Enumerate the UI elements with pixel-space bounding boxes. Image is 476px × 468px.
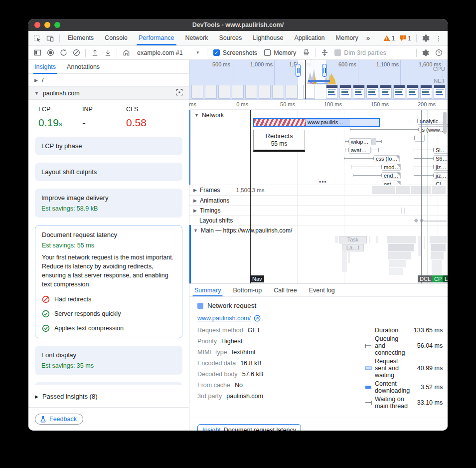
insight-card-font-display[interactable]: Font display Est savings: 35 ms: [35, 346, 182, 375]
filmstrip-thumbnail[interactable]: [218, 85, 230, 99]
cls-value[interactable]: 0.58: [126, 117, 170, 129]
nav-marker-badge[interactable]: Nav: [250, 275, 264, 282]
collect-garbage-icon[interactable]: [300, 47, 312, 59]
issues-badge[interactable]: 1: [398, 35, 413, 42]
network-request[interactable]: S6…: [434, 155, 448, 162]
tab-console[interactable]: Console: [100, 31, 133, 45]
network-request[interactable]: wikip…: [349, 138, 372, 145]
more-tabs-icon[interactable]: »: [364, 31, 372, 45]
network-track[interactable]: ▼Network www.pauliris… Redirects 55 ms a…: [189, 110, 448, 185]
insight-card-document-request-latency[interactable]: Document request latency Est savings: 55…: [35, 225, 182, 338]
filmstrip-thumbnail[interactable]: [434, 85, 446, 99]
network-request[interactable]: jiz…: [434, 164, 448, 171]
filmstrip-thumbnail[interactable]: [232, 85, 244, 99]
network-request[interactable]: Cl…: [434, 181, 448, 185]
network-track-scrollbar[interactable]: [443, 112, 447, 134]
timings-track[interactable]: ▶Timings: [189, 205, 448, 215]
timeline-overview[interactable]: 500 ms 1,000 ms 1,500 ms 600 ms 1,100 ms…: [189, 60, 448, 100]
tab-memory[interactable]: Memory: [331, 31, 363, 45]
filmstrip-thumbnail[interactable]: [245, 85, 257, 99]
animations-track[interactable]: ▶Animations: [189, 195, 448, 205]
inp-value[interactable]: -: [82, 117, 126, 129]
main-thread-task[interactable]: La…t: [342, 244, 364, 251]
inspect-icon[interactable]: [31, 32, 43, 44]
ignore-listing-icon[interactable]: [318, 47, 330, 59]
tab-application[interactable]: Application: [289, 31, 329, 45]
track-resize-handle[interactable]: •••: [319, 179, 327, 185]
tab-elements[interactable]: Elements: [63, 31, 99, 45]
network-request[interactable]: css (fo…: [374, 155, 400, 162]
redirects-annotation[interactable]: Redirects 55 ms: [253, 130, 305, 152]
breadcrumb[interactable]: ▶ /: [28, 74, 189, 87]
device-toolbar-icon[interactable]: [44, 32, 56, 44]
toggle-sidebar-icon[interactable]: [31, 47, 43, 59]
tab-annotations[interactable]: Annotations: [67, 60, 100, 74]
home-icon[interactable]: [120, 47, 132, 59]
filmstrip-thumbnail[interactable]: [272, 85, 284, 99]
tab-network[interactable]: Network: [180, 31, 213, 45]
filmstrip-thumbnail[interactable]: [205, 85, 217, 99]
filmstrip-thumbnail[interactable]: [407, 85, 419, 99]
filmstrip-thumbnail[interactable]: [353, 85, 365, 99]
filmstrip-thumbnail[interactable]: [259, 85, 271, 99]
filmstrip-thumbnail[interactable]: [380, 85, 392, 99]
tab-summary[interactable]: Summary: [194, 284, 221, 296]
screenshots-checkbox[interactable]: ✓Screenshots: [210, 49, 260, 56]
layout-shift-marker[interactable]: [420, 219, 424, 223]
filmstrip-thumbnail[interactable]: [393, 85, 405, 99]
tab-event-log[interactable]: Event log: [309, 284, 335, 296]
lcp-value[interactable]: 0.19s: [38, 117, 82, 129]
download-trace-icon[interactable]: [102, 47, 114, 59]
l-marker-badge[interactable]: L: [443, 275, 448, 282]
flamechart[interactable]: ▼Network www.pauliris… Redirects 55 ms a…: [189, 110, 448, 283]
passed-insights-toggle[interactable]: ▶ Passed insights (8): [28, 385, 189, 400]
clear-icon[interactable]: [70, 47, 82, 59]
kebab-menu-icon[interactable]: ⋮: [433, 32, 445, 44]
tab-insights[interactable]: Insights: [34, 60, 56, 74]
tab-lighthouse[interactable]: Lighthouse: [248, 31, 288, 45]
insight-card-layout-shift-culprits[interactable]: Layout shift culprits: [35, 163, 182, 181]
tab-sources[interactable]: Sources: [214, 31, 247, 45]
frames-track[interactable]: ▶Frames 1,500.3 ms: [189, 185, 448, 195]
filmstrip-thumbnail[interactable]: [339, 85, 351, 99]
tab-call-tree[interactable]: Call tree: [274, 284, 297, 296]
tab-performance[interactable]: Performance: [134, 31, 179, 45]
network-request[interactable]: jiz…: [434, 172, 448, 179]
network-request[interactable]: [415, 135, 425, 142]
network-request[interactable]: avat…: [349, 147, 371, 154]
filmstrip-thumbnail[interactable]: [366, 85, 378, 99]
close-window-button[interactable]: [34, 22, 40, 28]
network-request[interactable]: mod…: [382, 164, 401, 171]
help-icon[interactable]: ?: [433, 47, 445, 59]
maximize-window-button[interactable]: [54, 22, 60, 28]
site-section-header[interactable]: ▼ paulirish.com: [28, 87, 189, 100]
filmstrip-thumbnail[interactable]: [326, 85, 338, 99]
network-request[interactable]: end…: [382, 172, 401, 179]
document-request-bar[interactable]: www.pauliris…: [253, 118, 380, 127]
filmstrip-thumbnail[interactable]: [420, 85, 432, 99]
capture-settings-gear-icon[interactable]: [420, 47, 432, 59]
network-request[interactable]: ost…: [382, 181, 401, 185]
minimize-window-button[interactable]: [44, 22, 50, 28]
record-and-reload-icon[interactable]: [57, 47, 69, 59]
filmstrip-thumbnail[interactable]: [191, 85, 203, 99]
layout-shifts-track[interactable]: Layout shifts: [189, 215, 448, 225]
feedback-button[interactable]: Feedback: [35, 414, 83, 425]
layout-shift-marker[interactable]: [414, 219, 418, 223]
insight-chip[interactable]: Insight Document request latency: [197, 424, 301, 431]
focus-trace-icon[interactable]: [176, 89, 183, 97]
main-thread-track-header[interactable]: ▼Main — https://www.paulirish.com/: [189, 225, 448, 235]
memory-checkbox[interactable]: Memory: [261, 49, 299, 56]
tab-bottom-up[interactable]: Bottom-up: [233, 284, 262, 296]
request-url-link[interactable]: www.paulirish.com/: [197, 315, 251, 322]
record-icon[interactable]: [44, 47, 56, 59]
settings-gear-icon[interactable]: [420, 32, 432, 44]
insight-card-improve-image-delivery[interactable]: Improve image delivery Est savings: 58.9…: [35, 189, 182, 218]
window-left-handle[interactable]: [296, 64, 301, 77]
filmstrip-thumbnail[interactable]: [286, 85, 298, 99]
main-thread-task[interactable]: Task: [339, 236, 367, 243]
reveal-in-network-icon[interactable]: [254, 315, 261, 322]
warnings-badge[interactable]: 1: [381, 35, 397, 42]
history-select[interactable]: example.com #1▼: [133, 49, 204, 56]
dcl-marker-badge[interactable]: DCL: [418, 275, 433, 282]
